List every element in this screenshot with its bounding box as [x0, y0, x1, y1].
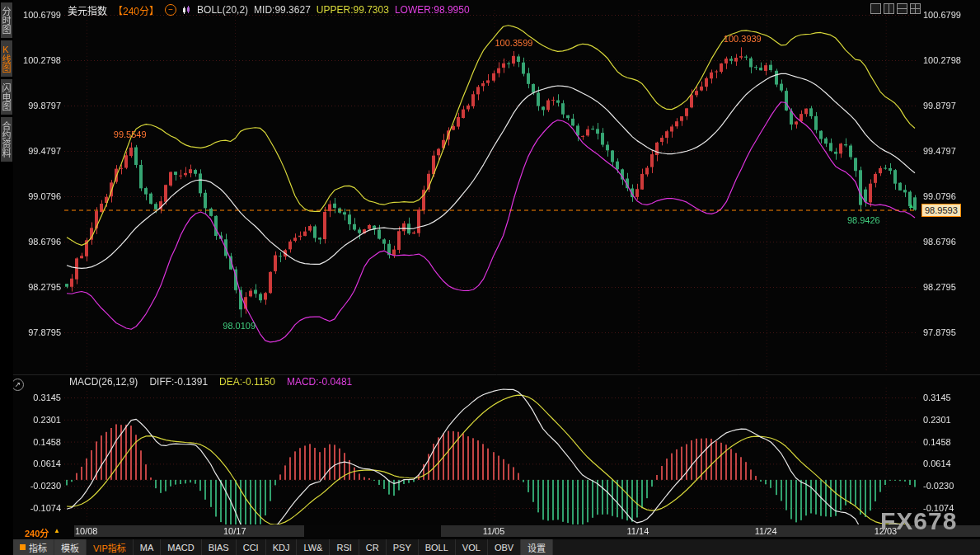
scrollbar-thumb[interactable] — [304, 525, 441, 537]
toolbar-item-indicators[interactable]: 指标 — [13, 539, 54, 555]
layout-split-horizontal-button[interactable] — [897, 3, 907, 14]
toolbar-item-label: OBV — [495, 543, 513, 553]
toolbar-item-ma[interactable]: MA — [134, 539, 162, 555]
toolbar-item-label: MA — [140, 543, 154, 553]
sidebar-item-time-chart[interactable]: 分时图 — [1, 2, 12, 38]
toolbar-item-rsi[interactable]: RSI — [330, 539, 359, 555]
trading-terminal: 分时图K线图闪电图合约资料 美元指数 【240分】 − BOLL(20,2) M… — [0, 0, 980, 555]
pane-toggle-button[interactable]: ↗ — [12, 379, 24, 391]
toolbar-item-label: CCI — [243, 543, 259, 553]
scrollbar-track[interactable] — [74, 525, 980, 537]
period-tag[interactable]: 【240分】 — [113, 3, 159, 17]
collapse-chart-icon[interactable]: − — [165, 4, 176, 16]
toolbar-item-bias[interactable]: BIAS — [202, 539, 237, 555]
sidebar-item-contract-info[interactable]: 合约资料 — [1, 117, 12, 162]
toolbar-item-label: VIP指标 — [93, 541, 126, 554]
toolbar-item-label: 指标 — [29, 541, 47, 554]
toolbar-item-label: 模板 — [61, 541, 79, 554]
macd-info-row: MACD(26,12,9) DIFF:-0.1391 DEA:-0.1150 M… — [69, 376, 352, 388]
macd-macd-value: MACD:-0.0481 — [287, 376, 352, 388]
sidebar: 分时图K线图闪电图合约资料 — [0, 0, 13, 555]
toolbar-item-label: CR — [366, 543, 379, 553]
toolbar-item-cci[interactable]: CCI — [237, 539, 266, 555]
time-axis-row: 240分 ▲ 10/0810/1711/0511/1411/2412/03 — [13, 524, 980, 538]
toolbar-item-templates[interactable]: 模板 — [54, 539, 87, 555]
layout-split-vertical-button[interactable] — [884, 3, 894, 14]
instrument-title: 美元指数 — [68, 3, 107, 17]
indicator-grid-icon — [20, 544, 26, 550]
boll-mid-value: MID:99.3627 — [254, 4, 311, 16]
toolbar-item-cr[interactable]: CR — [359, 539, 387, 555]
timeframe-up-icon[interactable]: ▲ — [54, 527, 60, 534]
toolbar-item-label: 设置 — [528, 541, 546, 554]
toolbar-item-kdj[interactable]: KDJ — [266, 539, 298, 555]
toolbar-item-lwr[interactable]: LW& — [297, 539, 330, 555]
timeframe-label[interactable]: 240分 — [25, 526, 49, 539]
macd-diff-value: DIFF:-0.1391 — [149, 376, 208, 388]
toolbar-item-label: LW& — [303, 543, 322, 553]
toolbar-item-vip-indicators[interactable]: VIP指标 — [87, 539, 134, 555]
indicator-toolbar: 指标模板VIP指标MAMACDBIASCCIKDJLW&RSICRPSYBOLL… — [13, 539, 980, 555]
macd-dea-value: DEA:-0.1150 — [219, 376, 275, 388]
price-up-arrow-icon: ▲ — [907, 201, 915, 209]
toolbar-item-boll[interactable]: BOLL — [419, 539, 456, 555]
toolbar-item-label: RSI — [336, 543, 351, 553]
boll-lower-value: LOWER:98.9950 — [395, 4, 470, 16]
toolbar-item-macd[interactable]: MACD — [161, 539, 201, 555]
toolbar-item-label: VOL — [462, 543, 481, 553]
window-controls — [870, 3, 921, 14]
boll-label: BOLL(20,2) — [197, 4, 248, 16]
macd-params-label: MACD(26,12,9) — [69, 376, 138, 388]
indicator-icon — [182, 6, 191, 15]
chart-header: 美元指数 【240分】 − BOLL(20,2) MID:99.3627 UPP… — [68, 2, 470, 17]
toolbar-item-label: MACD — [167, 543, 194, 553]
toolbar-item-obv[interactable]: OBV — [488, 539, 521, 555]
layout-single-button[interactable] — [870, 3, 881, 14]
toolbar-item-label: BOLL — [425, 543, 448, 553]
sidebar-item-tick-chart[interactable]: 闪电图 — [1, 79, 12, 115]
sidebar-item-candle-chart[interactable]: K线图 — [1, 40, 12, 77]
toolbar-item-label: BIAS — [209, 543, 229, 553]
toolbar-item-label: PSY — [393, 543, 411, 553]
last-price-tag: 98.9593 — [921, 204, 961, 217]
toolbar-item-vol[interactable]: VOL — [456, 539, 488, 555]
chart-canvas[interactable] — [0, 0, 980, 555]
toolbar-item-settings[interactable]: 设置 — [521, 539, 553, 555]
toolbar-item-psy[interactable]: PSY — [387, 539, 419, 555]
toolbar-item-label: KDJ — [273, 543, 290, 553]
boll-upper-value: UPPER:99.7303 — [317, 4, 389, 16]
layout-grid-button[interactable] — [910, 3, 921, 14]
